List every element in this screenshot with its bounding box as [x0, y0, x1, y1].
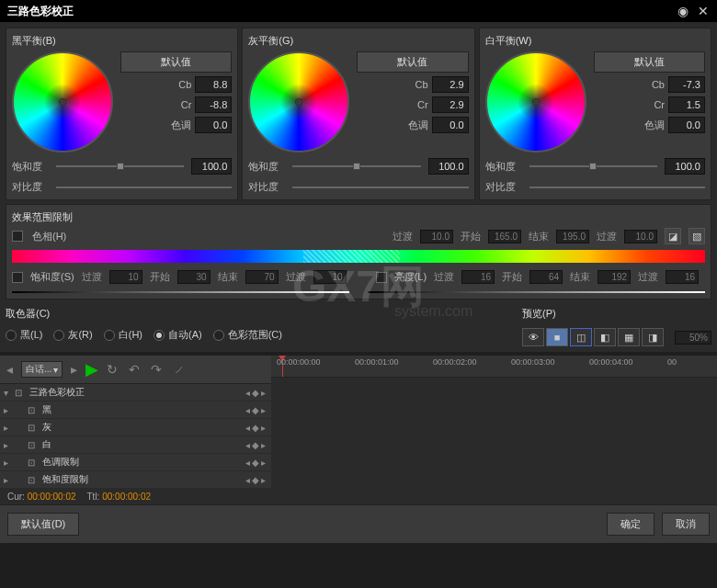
cb-value[interactable]: 8.8 [195, 76, 232, 93]
limit-title: 效果范围限制 [12, 210, 705, 224]
expand-icon[interactable]: ▾ [4, 388, 15, 398]
close-icon[interactable]: ✕ [697, 5, 710, 17]
sat-trans1[interactable]: 10 [109, 270, 142, 284]
timeline-canvas[interactable] [271, 378, 717, 479]
picker-range-radio[interactable] [213, 330, 224, 341]
loop-icon[interactable]: ↻ [104, 362, 120, 377]
expand-icon[interactable]: ▸ [4, 405, 15, 415]
lum-end[interactable]: 192 [598, 270, 631, 284]
expand-icon[interactable]: ▸ [4, 440, 15, 450]
cr-value[interactable]: 2.9 [432, 96, 469, 113]
color-wheel[interactable] [485, 51, 586, 153]
link-icon[interactable]: ⊡ [15, 388, 29, 398]
link-icon[interactable]: ⊡ [28, 405, 42, 415]
picker-auto-radio[interactable] [154, 330, 165, 341]
lum-checkbox[interactable] [376, 272, 387, 283]
expand-icon[interactable]: ▸ [4, 458, 15, 468]
hue-checkbox[interactable] [12, 231, 23, 242]
sat-value[interactable]: 100.0 [428, 158, 469, 175]
picker-black-radio[interactable] [6, 330, 17, 341]
prev-track-icon[interactable]: ◂ [4, 362, 16, 377]
lum-trans1[interactable]: 16 [461, 270, 495, 284]
graph-icon[interactable]: ⟋ [170, 362, 188, 377]
histogram-icon[interactable]: ◪ [665, 228, 681, 244]
transition2-value[interactable]: 10.0 [624, 230, 657, 243]
saturation-slider[interactable] [529, 165, 657, 167]
time-ruler[interactable]: 00:00:00:0000:00:01:0000:00:02:0000:00:0… [271, 356, 717, 378]
sat-trans2[interactable]: 10 [313, 270, 347, 284]
cr-value[interactable]: -8.8 [195, 96, 232, 113]
start-value[interactable]: 165.0 [488, 230, 521, 243]
sat-gradient[interactable] [12, 291, 349, 293]
color-wheel[interactable] [12, 51, 113, 153]
contrast-slider[interactable] [56, 187, 232, 188]
sat-checkbox[interactable] [12, 272, 23, 283]
cb-value[interactable]: -7.3 [668, 76, 705, 93]
cancel-button[interactable]: 取消 [662, 513, 710, 536]
keyframe-nav[interactable]: ◂◆▸ [245, 405, 267, 415]
link-icon[interactable]: ⊡ [28, 423, 42, 433]
cr-value[interactable]: 1.5 [668, 96, 705, 113]
link-icon[interactable]: ⊡ [28, 458, 42, 468]
sat-value[interactable]: 100.0 [665, 158, 705, 175]
saturation-slider[interactable] [292, 165, 420, 167]
ok-button[interactable]: 确定 [607, 513, 654, 536]
play-icon[interactable]: ▶ [85, 359, 98, 379]
track-row[interactable]: ▸ ⊡ 黑 ◂◆▸ [0, 401, 271, 419]
default-button[interactable]: 默认值 [594, 51, 705, 73]
next-track-icon[interactable]: ▸ [68, 362, 80, 377]
keyframe-nav[interactable]: ◂◆▸ [245, 440, 267, 450]
help-icon[interactable]: ◉ [677, 5, 689, 17]
lum-start[interactable]: 64 [529, 270, 563, 284]
preview-full-icon[interactable]: ■ [546, 328, 568, 346]
hue-strip[interactable] [12, 250, 705, 263]
expand-icon[interactable]: ▸ [4, 475, 15, 485]
preview-split-v-icon[interactable]: ◫ [570, 328, 592, 346]
balance-title: 灰平衡(G) [248, 34, 468, 48]
preview-percent[interactable]: 50% [675, 331, 711, 345]
keyframe-nav[interactable]: ◂◆▸ [245, 475, 267, 485]
preview-split-h-icon[interactable]: ◧ [594, 328, 616, 346]
end-value[interactable]: 195.0 [556, 230, 589, 243]
track-row[interactable]: ▸ ⊡ 饱和度限制 ◂◆▸ [0, 471, 271, 489]
track-row[interactable]: ▸ ⊡ 白 ◂◆▸ [0, 436, 271, 454]
status-bar: Cur: 00:00:00:02 Ttl: 00:00:00:02 [0, 489, 271, 504]
keyframe-nav[interactable]: ◂◆▸ [245, 423, 267, 433]
hue-value[interactable]: 0.0 [668, 117, 705, 133]
contrast-slider[interactable] [292, 187, 468, 188]
track-row[interactable]: ▾ ⊡ 三路色彩校正 ◂◆▸ [0, 384, 271, 401]
cur-time: 00:00:00:02 [28, 492, 76, 502]
curve-icon[interactable]: ▧ [689, 228, 705, 244]
undo-icon[interactable]: ↶ [126, 362, 142, 377]
keyframe-nav[interactable]: ◂◆▸ [245, 388, 267, 398]
track-row[interactable]: ▸ ⊡ 灰 ◂◆▸ [0, 419, 271, 436]
track-row[interactable]: ▸ ⊡ 色调限制 ◂◆▸ [0, 454, 271, 471]
saturation-slider[interactable] [56, 165, 184, 167]
expand-icon[interactable]: ▸ [4, 423, 15, 433]
contrast-slider[interactable] [529, 187, 705, 188]
default-button[interactable]: 默认值 [357, 51, 468, 73]
preview-eye-icon[interactable]: 👁 [522, 328, 544, 346]
lum-trans2[interactable]: 16 [666, 270, 699, 284]
sat-start[interactable]: 30 [177, 270, 211, 284]
lum-gradient[interactable] [368, 291, 705, 293]
transition1-value[interactable]: 10.0 [420, 230, 453, 243]
hue-value[interactable]: 0.0 [432, 117, 469, 133]
link-icon[interactable]: ⊡ [28, 440, 42, 450]
default-button[interactable]: 默认值(D) [7, 513, 79, 536]
preview-quad-icon[interactable]: ▦ [618, 328, 640, 346]
keyframe-nav[interactable]: ◂◆▸ [245, 458, 267, 468]
redo-icon[interactable]: ↷ [148, 362, 165, 377]
sat-end[interactable]: 70 [245, 270, 279, 284]
default-button[interactable]: 默认值 [120, 51, 232, 73]
track-dropdown[interactable]: 白话... ▾ [21, 361, 63, 378]
link-icon[interactable]: ⊡ [28, 475, 42, 485]
sat-value[interactable]: 100.0 [191, 158, 232, 175]
hue-value[interactable]: 0.0 [195, 117, 232, 133]
window-title: 三路色彩校正 [7, 4, 74, 19]
picker-gray-radio[interactable] [53, 330, 64, 341]
picker-white-radio[interactable] [104, 330, 115, 341]
color-wheel[interactable] [248, 51, 349, 153]
preview-alt-icon[interactable]: ◨ [642, 328, 664, 346]
cb-value[interactable]: 2.9 [432, 76, 469, 93]
